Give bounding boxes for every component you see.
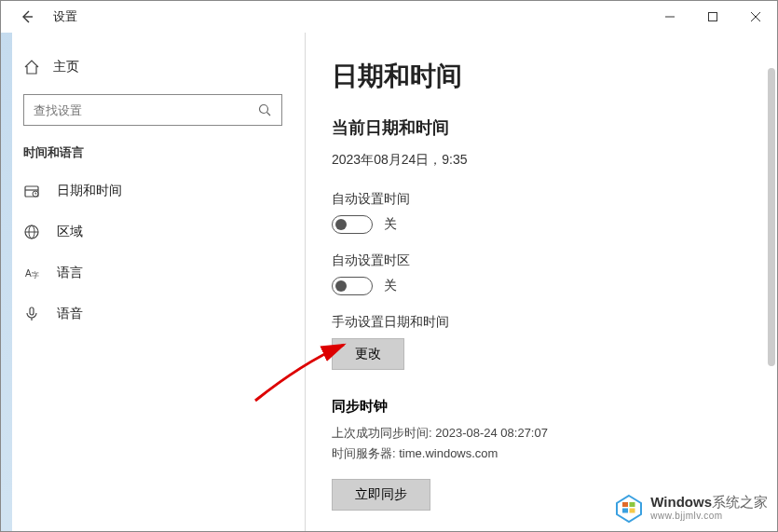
auto-time-label: 自动设置时间 xyxy=(332,191,721,208)
search-input[interactable] xyxy=(34,103,257,117)
sidebar: 主页 时间和语言 日期和时间 xyxy=(1,33,306,531)
language-icon: A字 xyxy=(23,265,40,281)
window-title: 设置 xyxy=(53,8,77,25)
sync-now-button[interactable]: 立即同步 xyxy=(332,479,430,511)
nav-item-speech[interactable]: 语音 xyxy=(1,293,305,334)
svg-rect-16 xyxy=(30,307,34,315)
back-button[interactable] xyxy=(12,2,42,32)
svg-rect-1 xyxy=(709,13,717,21)
nav-list: 日期和时间 区域 A字 语言 xyxy=(1,171,305,334)
svg-text:字: 字 xyxy=(32,271,39,280)
main-content: 日期和时间 当前日期和时间 2023年08月24日，9:35 自动设置时间 关 … xyxy=(306,33,777,531)
toggle-knob xyxy=(335,280,347,292)
manual-label: 手动设置日期和时间 xyxy=(332,314,721,331)
nav-label: 语言 xyxy=(57,265,83,281)
nav-item-region[interactable]: 区域 xyxy=(1,211,305,252)
settings-window: 设置 主页 xyxy=(0,0,778,532)
auto-time-block: 自动设置时间 关 xyxy=(332,191,721,234)
scrollbar[interactable] xyxy=(768,68,775,366)
home-label: 主页 xyxy=(53,59,79,75)
manual-block: 手动设置日期和时间 更改 xyxy=(332,314,721,370)
nav-label: 日期和时间 xyxy=(57,183,122,199)
toggle-knob xyxy=(335,219,347,230)
back-arrow-icon xyxy=(20,9,34,24)
sync-heading: 同步时钟 xyxy=(332,398,721,416)
minimize-icon xyxy=(664,11,676,22)
nav-label: 语音 xyxy=(57,306,83,322)
auto-tz-state: 关 xyxy=(384,278,397,294)
mic-icon xyxy=(23,306,40,322)
titlebar: 设置 xyxy=(1,1,777,33)
minimize-button[interactable] xyxy=(648,2,691,32)
close-icon xyxy=(750,11,761,22)
maximize-button[interactable] xyxy=(691,2,734,32)
sync-last-line: 上次成功同步时间: 2023-08-24 08:27:07 xyxy=(332,425,721,442)
current-datetime-heading: 当前日期和时间 xyxy=(332,116,721,139)
desktop-background-sliver xyxy=(1,33,12,531)
nav-item-language[interactable]: A字 语言 xyxy=(1,252,305,293)
globe-icon xyxy=(23,224,40,240)
close-button[interactable] xyxy=(734,2,777,32)
svg-line-5 xyxy=(267,113,271,116)
svg-point-4 xyxy=(260,105,268,114)
search-box[interactable] xyxy=(23,94,282,126)
svg-text:A: A xyxy=(25,268,32,279)
auto-tz-block: 自动设置时区 关 xyxy=(332,252,721,295)
nav-label: 区域 xyxy=(57,224,83,240)
home-item[interactable]: 主页 xyxy=(1,49,305,85)
current-datetime-value: 2023年08月24日，9:35 xyxy=(332,152,721,169)
body-area: 主页 时间和语言 日期和时间 xyxy=(1,33,777,531)
sync-server-line: 时间服务器: time.windows.com xyxy=(332,445,721,462)
clock-icon xyxy=(23,183,40,199)
auto-tz-toggle[interactable] xyxy=(332,277,373,295)
auto-time-toggle[interactable] xyxy=(332,215,373,234)
page-heading: 日期和时间 xyxy=(332,59,721,94)
search-icon xyxy=(257,102,272,117)
auto-time-state: 关 xyxy=(384,216,397,233)
auto-tz-label: 自动设置时区 xyxy=(332,252,721,269)
category-header: 时间和语言 xyxy=(1,126,305,171)
home-icon xyxy=(23,59,40,75)
sync-section: 同步时钟 上次成功同步时间: 2023-08-24 08:27:07 时间服务器… xyxy=(332,398,721,511)
nav-item-datetime[interactable]: 日期和时间 xyxy=(1,171,305,211)
search-wrap xyxy=(1,94,305,126)
maximize-icon xyxy=(707,11,718,22)
window-controls xyxy=(648,2,777,32)
change-button[interactable]: 更改 xyxy=(332,338,404,370)
